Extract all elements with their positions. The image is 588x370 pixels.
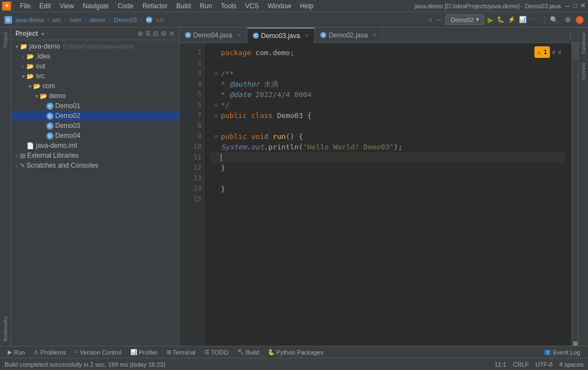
fold-3[interactable]: ⊟	[211, 68, 221, 79]
help-button[interactable]: ?	[576, 16, 584, 24]
sidebar-dropdown-arrow[interactable]: ▾	[41, 31, 44, 37]
code-area[interactable]: ⚠ 1 ∧ ∨ package com.demo; ⊟ /**	[204, 43, 571, 346]
nav-run-method: run	[156, 17, 165, 23]
nav-demo[interactable]: demo	[90, 17, 105, 23]
cursor-position[interactable]: 11:1	[495, 361, 506, 368]
code-line-12: }	[211, 163, 565, 173]
scroll-thumb[interactable]	[572, 43, 578, 60]
tree-item-java-demo[interactable]: ▾ 📁 java-demo D:\IdeaProjects\java-demo	[11, 41, 179, 51]
tab-demo03[interactable]: C Demo03.java ✕	[247, 28, 315, 43]
tab-label-demo03: Demo03.java	[261, 32, 300, 40]
collapse-warnings[interactable]: ∨	[558, 47, 561, 57]
run-button[interactable]: ▶	[488, 15, 494, 24]
tree-item-idea[interactable]: › 📂 .idea	[11, 51, 179, 61]
tab-label-demo04: Demo04.java	[193, 31, 232, 39]
java-tab-icon: C	[320, 32, 326, 38]
tree-item-demo03[interactable]: › C Demo03	[11, 121, 179, 131]
tree-item-out[interactable]: › 📂 out	[11, 61, 179, 71]
terminal-toolbar-btn[interactable]: ⊞ Terminal	[163, 348, 199, 357]
run-config-dropdown[interactable]: Demo02 ▾	[446, 14, 484, 25]
line-ending[interactable]: CRLF	[513, 361, 529, 368]
build-toolbar-btn[interactable]: 🔨 Build	[234, 348, 262, 357]
maximize-button[interactable]: □	[573, 2, 577, 10]
menu-tools[interactable]: Tools	[216, 1, 241, 11]
close-sidebar-icon[interactable]: ✕	[169, 30, 174, 37]
nav-java-demo[interactable]: java-demo	[15, 17, 44, 23]
git-icon[interactable]: ⑂	[428, 17, 432, 23]
version-control-toolbar-btn[interactable]: ⑂ Version Control	[72, 348, 125, 357]
database-panel-toggle[interactable]: Database	[579, 28, 588, 58]
menu-build[interactable]: Build	[172, 1, 195, 11]
navigation-bar: ⊞ java-demo › src › com › demo › Demo03 …	[0, 12, 588, 28]
nav-com[interactable]: com	[70, 17, 81, 23]
code-text-9: public void run() {	[221, 131, 303, 142]
tree-item-ext-libs[interactable]: › ▤ External Libraries	[11, 151, 179, 160]
project-icon[interactable]: Project	[2, 30, 9, 50]
fold-9[interactable]: ⊟	[211, 131, 221, 142]
close-tab-demo02[interactable]: ✕	[372, 32, 377, 38]
tree-label-demo01: Demo01	[55, 102, 80, 110]
nav-demo03[interactable]: Demo03	[114, 17, 137, 23]
problems-toolbar-btn[interactable]: ⚠ Problems	[30, 348, 69, 357]
tree-item-demo01[interactable]: › C Demo01	[11, 101, 179, 111]
code-line-6: ⊟ */	[211, 100, 565, 110]
folder-icon: 📂	[27, 63, 34, 70]
profiler-toolbar-btn[interactable]: 📊 Profiler	[127, 348, 161, 357]
settings-button[interactable]: ⚙	[563, 16, 573, 24]
tab-demo04[interactable]: C Demo04.java ✕	[179, 28, 247, 43]
menu-window[interactable]: Window	[263, 1, 296, 11]
run-toolbar-btn[interactable]: ▶ Run	[4, 348, 28, 357]
tree-item-demo[interactable]: ▾ 📂 demo	[11, 91, 179, 101]
settings-icon[interactable]: ⚙	[161, 30, 167, 37]
fold-6[interactable]: ⊟	[211, 100, 221, 110]
search-button[interactable]: 🔍	[548, 16, 560, 24]
menu-edit[interactable]: Edit	[35, 1, 55, 11]
profile-button[interactable]: 📊	[519, 16, 527, 23]
code-text-14: }	[221, 184, 225, 194]
tree-item-src[interactable]: ▾ 📂 src	[11, 71, 179, 81]
menu-view[interactable]: View	[55, 1, 78, 11]
todo-toolbar-btn[interactable]: ☰ TODO	[201, 348, 232, 357]
nav-avatar[interactable]: ⊞	[4, 16, 12, 24]
tree-item-demo04[interactable]: › C Demo04	[11, 131, 179, 141]
sciview-panel-toggle[interactable]: SciView	[579, 58, 588, 85]
menu-help[interactable]: Help	[295, 1, 318, 11]
event-log-toolbar-btn[interactable]: 2 Event Log	[541, 348, 584, 357]
code-text-7: public class Demo03 {	[221, 110, 311, 121]
run-config-arrow: ▾	[476, 16, 479, 23]
more-run-options[interactable]: ⋯	[530, 16, 536, 23]
nav-src[interactable]: src	[52, 17, 61, 23]
tree-item-demo02[interactable]: › C Demo02	[11, 111, 179, 121]
menu-vcs[interactable]: VCS	[241, 1, 263, 11]
python-packages-toolbar-btn[interactable]: 🐍 Python Packages	[264, 348, 327, 357]
add-icon[interactable]: ⊕	[137, 30, 143, 37]
tree-item-iml[interactable]: › 📄 java-demo.iml	[11, 141, 179, 151]
back-button[interactable]: ←	[436, 16, 442, 24]
expand-warnings[interactable]: ∧	[552, 47, 556, 57]
close-tab-demo04[interactable]: ✕	[237, 32, 241, 38]
minimize-button[interactable]: −	[565, 2, 570, 10]
debug-button[interactable]: 🐛	[497, 16, 505, 23]
tree-item-com[interactable]: ▾ 📂 com	[11, 81, 179, 91]
sort-icon[interactable]: ⇅	[145, 30, 151, 37]
collapse-icon[interactable]: ⊟	[153, 30, 158, 37]
menu-navigate[interactable]: Navigate	[78, 1, 113, 11]
close-button[interactable]: ✕	[580, 2, 586, 10]
coverage-button[interactable]: ⚡	[508, 16, 516, 23]
bookmarks-icon[interactable]: Bookmarks	[2, 314, 9, 344]
menu-code[interactable]: Code	[113, 1, 138, 11]
indent-info[interactable]: 4 spaces	[559, 361, 584, 368]
fold-7[interactable]: ⊟	[211, 110, 221, 121]
tree-item-scratches[interactable]: › ✎ Scratches and Consoles	[11, 160, 179, 170]
build-label: Build	[246, 349, 259, 356]
tree-label-demo04: Demo04	[55, 132, 80, 140]
tab-demo02[interactable]: C Demo02.java ✕	[315, 28, 383, 43]
encoding[interactable]: UTF-8	[536, 361, 553, 368]
code-editor[interactable]: 1 2 3 4 5 6 7 8 9 10 11 12 13 14 15 ⚠ 1	[179, 43, 578, 346]
menu-file[interactable]: File	[15, 1, 35, 11]
scrollbar-indicator[interactable]	[571, 43, 578, 346]
menu-run[interactable]: Run	[195, 1, 216, 11]
close-tab-demo03[interactable]: ✕	[304, 33, 309, 39]
more-tabs-button[interactable]: ⋮	[563, 31, 578, 39]
menu-refactor[interactable]: Refactor	[138, 1, 172, 11]
